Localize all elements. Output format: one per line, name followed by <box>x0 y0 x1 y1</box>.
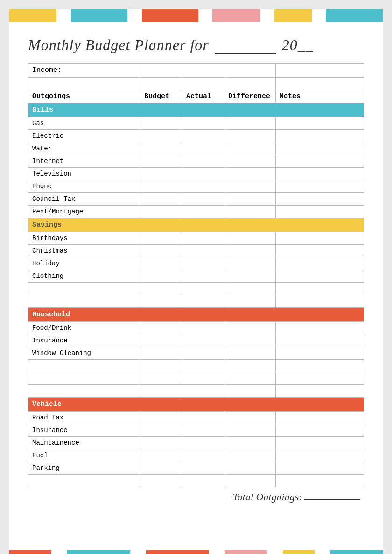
diff-christmas <box>224 245 276 257</box>
actual-road-tax <box>182 412 224 424</box>
title-text: Monthly Budget Planner for <box>28 36 209 53</box>
income-diff <box>224 64 276 78</box>
budget-window-cleaning <box>140 347 182 360</box>
actual-christmas <box>182 245 224 257</box>
bills-section-header: Bills <box>28 103 364 117</box>
diff-insurance-v <box>224 424 276 437</box>
row-maintainence: Maintainence <box>28 437 364 449</box>
notes-birthdays <box>276 232 364 245</box>
row-holiday: Holiday <box>28 257 364 270</box>
actual-parking <box>182 462 224 475</box>
actual-internet <box>182 155 224 168</box>
notes-maintainence <box>276 437 364 449</box>
notes-window-cleaning <box>276 347 364 360</box>
notes-rent-mortgage <box>276 206 364 218</box>
notes-phone <box>276 180 364 193</box>
actual-water <box>182 142 224 155</box>
title-blank-line <box>215 53 276 54</box>
income-label: Income: <box>28 64 140 78</box>
total-row: Total Outgoings: <box>28 487 364 506</box>
col-header-budget: Budget <box>140 90 182 103</box>
label-gas: Gas <box>28 117 140 130</box>
label-phone: Phone <box>28 180 140 193</box>
diff-clothing <box>224 270 276 283</box>
actual-clothing <box>182 270 224 283</box>
notes-internet <box>276 155 364 168</box>
top-color-bar <box>9 9 383 22</box>
total-label-text: Total Outgoings: <box>233 491 302 503</box>
page-title: Monthly Budget Planner for 20__ <box>28 36 364 54</box>
notes-water <box>276 142 364 155</box>
label-television: Television <box>28 168 140 180</box>
column-header-row: Outgoings Budget Actual Difference Notes <box>28 90 364 103</box>
row-rent-mortgage: Rent/Mortgage <box>28 206 364 218</box>
row-christmas: Christmas <box>28 245 364 257</box>
budget-insurance-v <box>140 424 182 437</box>
income-actual <box>182 64 224 78</box>
budget-internet <box>140 155 182 168</box>
spacer-row-1 <box>28 78 364 90</box>
row-food-drink: Food/Drink <box>28 322 364 334</box>
col-header-difference: Difference <box>224 90 276 103</box>
label-food-drink: Food/Drink <box>28 322 140 334</box>
household-section-header: Household <box>28 308 364 322</box>
actual-holiday <box>182 257 224 270</box>
row-birthdays: Birthdays <box>28 232 364 245</box>
diff-holiday <box>224 257 276 270</box>
label-road-tax: Road Tax <box>28 412 140 424</box>
bills-label: Bills <box>28 103 364 117</box>
row-insurance-v: Insurance <box>28 424 364 437</box>
diff-television <box>224 168 276 180</box>
diff-phone <box>224 180 276 193</box>
row-insurance-hh: Insurance <box>28 334 364 347</box>
label-rent-mortgage: Rent/Mortgage <box>28 206 140 218</box>
label-electric: Electric <box>28 130 140 142</box>
notes-insurance-hh <box>276 334 364 347</box>
row-gas: Gas <box>28 117 364 130</box>
actual-maintainence <box>182 437 224 449</box>
page: Monthly Budget Planner for 20__ Income: <box>9 9 383 554</box>
vehicle-empty-1 <box>28 475 364 487</box>
title-year: 20 <box>282 36 298 53</box>
household-empty-1 <box>28 360 364 372</box>
notes-electric <box>276 130 364 142</box>
budget-food-drink <box>140 322 182 334</box>
diff-parking <box>224 462 276 475</box>
budget-council-tax <box>140 193 182 206</box>
diff-electric <box>224 130 276 142</box>
budget-birthdays <box>140 232 182 245</box>
label-holiday: Holiday <box>28 257 140 270</box>
budget-road-tax <box>140 412 182 424</box>
notes-clothing <box>276 270 364 283</box>
row-window-cleaning: Window Cleaning <box>28 347 364 360</box>
actual-phone <box>182 180 224 193</box>
col-header-notes: Notes <box>276 90 364 103</box>
diff-road-tax <box>224 412 276 424</box>
income-notes <box>276 64 364 78</box>
label-insurance-v: Insurance <box>28 424 140 437</box>
budget-television <box>140 168 182 180</box>
row-parking: Parking <box>28 462 364 475</box>
budget-water <box>140 142 182 155</box>
actual-rent-mortgage <box>182 206 224 218</box>
diff-gas <box>224 117 276 130</box>
label-council-tax: Council Tax <box>28 193 140 206</box>
actual-television <box>182 168 224 180</box>
actual-electric <box>182 130 224 142</box>
diff-window-cleaning <box>224 347 276 360</box>
budget-insurance-hh <box>140 334 182 347</box>
label-maintainence: Maintainence <box>28 437 140 449</box>
row-phone: Phone <box>28 180 364 193</box>
diff-rent-mortgage <box>224 206 276 218</box>
budget-phone <box>140 180 182 193</box>
income-row: Income: <box>28 64 364 78</box>
notes-council-tax <box>276 193 364 206</box>
notes-food-drink <box>276 322 364 334</box>
diff-maintainence <box>224 437 276 449</box>
label-fuel: Fuel <box>28 449 140 462</box>
actual-insurance-hh <box>182 334 224 347</box>
notes-fuel <box>276 449 364 462</box>
diff-insurance-hh <box>224 334 276 347</box>
budget-table: Income: Outgoings Budget Actual Differen… <box>28 63 364 505</box>
label-parking: Parking <box>28 462 140 475</box>
